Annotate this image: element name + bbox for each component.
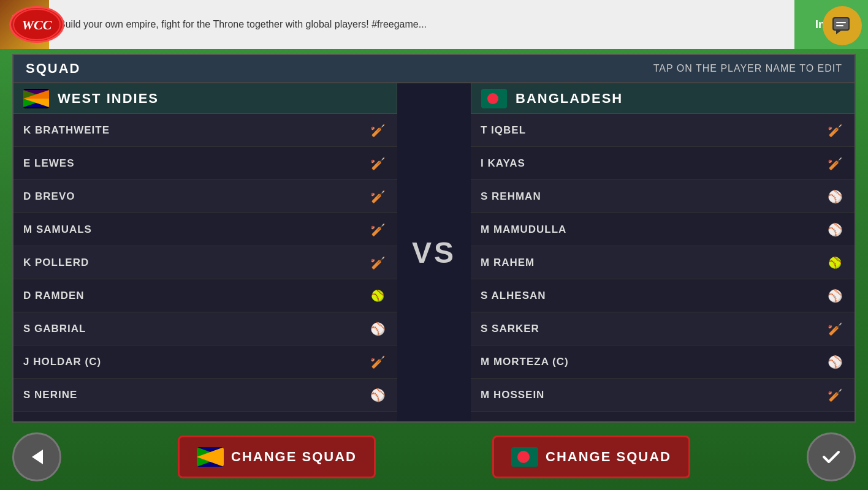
player-row[interactable]: J HOLDAR (C) 🏏 <box>13 345 397 379</box>
squad-hint: TAP ON THE PLAYER NAME TO EDIT <box>653 63 842 74</box>
player-row[interactable]: K BRATHWEITE 🏏 <box>13 114 397 147</box>
wcc-logo: WCC <box>6 3 67 46</box>
player-row[interactable]: S REHMAN ⚾ <box>471 180 855 213</box>
vs-divider: VS <box>397 83 471 421</box>
west-indies-column: WEST INDIES K BRATHWEITE 🏏 E LEWES 🏏 D B… <box>13 83 397 421</box>
vs-label: VS <box>412 236 456 270</box>
player-row[interactable]: S NERINE ⚾ <box>13 379 397 412</box>
squad-header: SQUAD TAP ON THE PLAYER NAME TO EDIT <box>13 55 855 83</box>
bangladesh-column: BANGLADESH T IQBEL 🏏 I KAYAS 🏏 S REHMAN … <box>471 83 855 421</box>
ad-banner: 👑 Build your own empire, fight for the T… <box>0 0 868 49</box>
svg-rect-6 <box>836 25 843 26</box>
bd-change-squad-label: CHANGE SQUAD <box>546 449 671 465</box>
west-indies-flag <box>23 89 49 108</box>
svg-point-12 <box>487 93 498 104</box>
teams-container: WEST INDIES K BRATHWEITE 🏏 E LEWES 🏏 D B… <box>13 83 855 421</box>
ad-text-area: Build your own empire, fight for the Thr… <box>49 0 794 49</box>
svg-marker-10 <box>23 90 49 99</box>
svg-text:WCC: WCC <box>22 17 52 32</box>
west-indies-change-squad-button[interactable]: CHANGE SQUAD <box>178 435 376 478</box>
player-row[interactable]: T IQBEL 🏏 <box>471 114 855 147</box>
bd-change-squad-flag <box>511 447 538 467</box>
bangladesh-change-squad-button[interactable]: CHANGE SQUAD <box>492 435 690 478</box>
player-row[interactable]: K POLLERD 🏏 <box>13 246 397 279</box>
player-row[interactable]: E LEWES 🏏 <box>13 147 397 180</box>
player-row[interactable]: M HOSSEIN 🏏 <box>471 379 855 412</box>
west-indies-header: WEST INDIES <box>13 83 397 114</box>
bottom-bar: CHANGE SQUAD CHANGE SQUAD <box>0 424 868 490</box>
player-row[interactable]: M MORTEZA (C) ⚾ <box>471 345 855 379</box>
svg-marker-4 <box>836 31 841 34</box>
player-row[interactable]: A JOSAPH ⚾ <box>13 412 397 421</box>
west-indies-name: WEST INDIES <box>58 91 159 107</box>
svg-rect-5 <box>836 22 846 23</box>
svg-marker-13 <box>32 450 43 464</box>
player-row[interactable]: S ALHESAN ⚾ <box>471 279 855 312</box>
chat-button[interactable] <box>823 6 862 45</box>
west-indies-player-list: K BRATHWEITE 🏏 E LEWES 🏏 D BREVO 🏏 M SAM… <box>13 114 397 421</box>
player-row[interactable]: D BREVO 🏏 <box>13 180 397 213</box>
wi-change-squad-label: CHANGE SQUAD <box>231 449 357 465</box>
player-row[interactable]: M SAMUALS 🏏 <box>13 213 397 246</box>
bangladesh-name: BANGLADESH <box>516 91 623 107</box>
squad-panel: SQUAD TAP ON THE PLAYER NAME TO EDIT WES… <box>12 54 856 423</box>
player-row[interactable]: M RAHEM 🥎 <box>471 246 855 279</box>
svg-rect-3 <box>834 18 848 29</box>
back-button[interactable] <box>12 432 61 481</box>
bangladesh-flag <box>481 89 507 108</box>
player-row[interactable]: M MAMUDULLA ⚾ <box>471 213 855 246</box>
bangladesh-player-list: T IQBEL 🏏 I KAYAS 🏏 S REHMAN ⚾ M MAMUDUL… <box>471 114 855 421</box>
ad-text: Build your own empire, fight for the Thr… <box>59 18 427 31</box>
wi-change-squad-flag <box>197 447 224 467</box>
player-row[interactable]: I KAYAS 🏏 <box>471 147 855 180</box>
player-row[interactable]: D RAMDEN 🥎 <box>13 279 397 312</box>
confirm-button[interactable] <box>807 432 856 481</box>
player-row[interactable]: S GABRIAL ⚾ <box>13 312 397 345</box>
player-row[interactable]: S SARKER 🏏 <box>471 312 855 345</box>
svg-point-18 <box>517 451 530 463</box>
bangladesh-header: BANGLADESH <box>471 83 855 114</box>
squad-title: SQUAD <box>26 61 80 77</box>
player-row[interactable]: M REHMEN ⚾ <box>471 412 855 421</box>
